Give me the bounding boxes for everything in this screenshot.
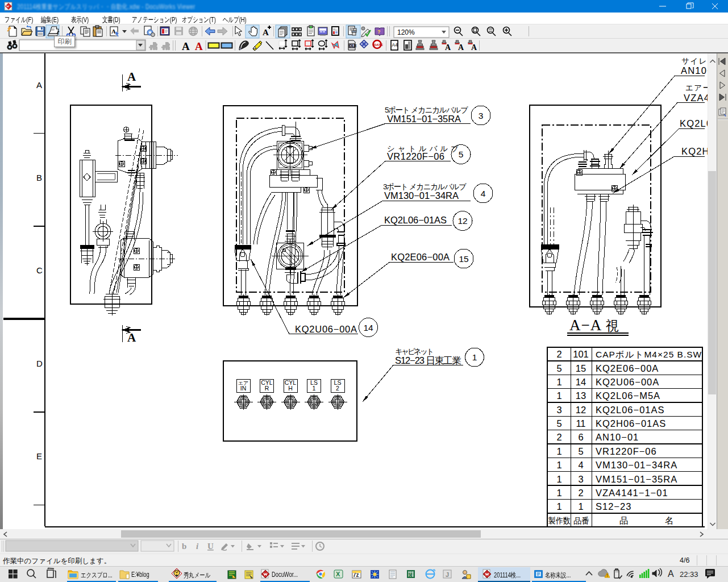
svg-text:C: C: [36, 265, 43, 275]
svg-text:A: A: [263, 28, 269, 37]
svg-text:VM151−01−35RA: VM151−01−35RA: [387, 114, 461, 124]
svg-text:E: E: [36, 451, 42, 461]
svg-text:12: 12: [576, 405, 586, 415]
svg-text:KQ2E06−00A: KQ2E06−00A: [596, 363, 659, 373]
svg-text:VM130−01−34RA: VM130−01−34RA: [596, 460, 677, 470]
svg-text:A: A: [668, 569, 674, 579]
svg-text:KQ2U06−00A: KQ2U06−00A: [596, 377, 659, 387]
svg-text:1: 1: [556, 488, 561, 498]
svg-text:D: D: [36, 359, 43, 368]
svg-text:S12−23 日東工業: S12−23 日東工業: [395, 355, 461, 365]
svg-text:12: 12: [457, 216, 467, 226]
svg-text:6: 6: [578, 432, 583, 442]
svg-text:1: 1: [556, 460, 561, 470]
svg-text:VZA41: VZA41: [684, 93, 708, 103]
svg-text:VR1220F−06: VR1220F−06: [596, 446, 657, 456]
svg-text:3: 3: [479, 111, 484, 120]
svg-text:A: A: [182, 40, 190, 52]
svg-text:15: 15: [576, 363, 586, 373]
svg-text:KQ2H06−01AS: KQ2H06−01AS: [596, 418, 666, 429]
svg-text:2: 2: [556, 349, 561, 359]
svg-text:A: A: [127, 70, 136, 84]
svg-text:3: 3: [578, 474, 583, 484]
svg-text:A: A: [36, 80, 42, 90]
svg-text:KQ2L0: KQ2L0: [680, 118, 708, 128]
svg-text:1: 1: [556, 474, 561, 484]
svg-text:A: A: [445, 43, 451, 52]
svg-text:A: A: [111, 28, 116, 35]
svg-text:2: 2: [556, 432, 561, 442]
svg-text:VM130−01−34RA: VM130−01−34RA: [384, 190, 459, 201]
svg-text:2: 2: [336, 385, 339, 392]
svg-text:3: 3: [556, 405, 561, 415]
svg-text:A: A: [471, 43, 477, 52]
svg-text:AN10−0: AN10−0: [681, 65, 708, 76]
svg-text:名: 名: [665, 516, 673, 525]
svg-text:サイレン: サイレン: [681, 57, 708, 65]
svg-text:1: 1: [556, 446, 561, 456]
svg-text:14: 14: [576, 377, 586, 387]
svg-text:i: i: [196, 542, 199, 551]
svg-text:J: J: [446, 571, 449, 578]
svg-text:KQ2L06−01AS: KQ2L06−01AS: [384, 215, 447, 225]
svg-text:VZA4141−1−01: VZA4141−1−01: [596, 488, 668, 498]
svg-text:?: ?: [377, 29, 381, 35]
svg-text:14: 14: [363, 323, 373, 332]
svg-text:5: 5: [578, 446, 583, 456]
svg-text:1: 1: [472, 352, 477, 362]
svg-text:X: X: [409, 572, 412, 578]
svg-text:1: 1: [578, 501, 583, 512]
svg-text:1: 1: [313, 385, 316, 392]
svg-text:KQ2U06−00A: KQ2U06−00A: [295, 324, 357, 334]
svg-text:OLE: OLE: [349, 44, 357, 48]
svg-text:品: 品: [619, 516, 628, 525]
svg-text:5: 5: [459, 149, 464, 159]
svg-text:1: 1: [556, 377, 561, 387]
svg-text:5: 5: [556, 418, 561, 429]
svg-text:1: 1: [556, 501, 561, 512]
svg-text:R: R: [265, 385, 269, 392]
svg-text:KQ2L06−01AS: KQ2L06−01AS: [596, 405, 665, 415]
svg-text:A: A: [127, 331, 136, 344]
svg-text:2: 2: [578, 488, 583, 498]
svg-text:U: U: [207, 542, 214, 551]
svg-text:H: H: [288, 385, 293, 392]
svg-text:11: 11: [576, 418, 585, 429]
svg-text:KQ2L06−M5A: KQ2L06−M5A: [596, 390, 660, 401]
svg-text:エアーオ: エアーオ: [685, 84, 708, 92]
svg-text:A4: A4: [392, 42, 398, 48]
svg-text:1: 1: [556, 390, 561, 401]
svg-text:AN10−01: AN10−01: [596, 432, 639, 442]
svg-text:A−A 視: A−A 視: [569, 317, 619, 334]
svg-text:B: B: [36, 173, 42, 182]
svg-text:製作数: 製作数: [548, 516, 571, 525]
svg-text:4: 4: [578, 460, 583, 470]
svg-text:IN: IN: [240, 385, 247, 392]
svg-text:A: A: [195, 40, 203, 52]
svg-text:4: 4: [481, 189, 486, 198]
svg-text:b: b: [182, 542, 186, 551]
svg-text:CAPボルトM4×25 B.SW: CAPボルトM4×25 B.SW: [596, 350, 702, 359]
svg-text:VR1220F−06: VR1220F−06: [387, 151, 444, 161]
svg-text:5: 5: [556, 363, 561, 373]
svg-text:S12−23: S12−23: [596, 501, 631, 512]
svg-text:13: 13: [576, 390, 586, 401]
svg-text:品番: 品番: [573, 516, 589, 525]
svg-text:!: !: [606, 573, 608, 577]
svg-text:DATE: DATE: [374, 43, 383, 47]
svg-text:15: 15: [459, 254, 468, 264]
svg-text:120%: 120%: [397, 28, 415, 36]
svg-text:KQ2H0: KQ2H0: [681, 146, 708, 156]
svg-text:101: 101: [573, 349, 589, 359]
svg-text:A: A: [458, 43, 464, 52]
svg-text:VM151−01−35RA: VM151−01−35RA: [596, 474, 677, 484]
svg-text:X: X: [336, 571, 340, 577]
svg-text:KQ2E06−00A: KQ2E06−00A: [391, 252, 450, 262]
